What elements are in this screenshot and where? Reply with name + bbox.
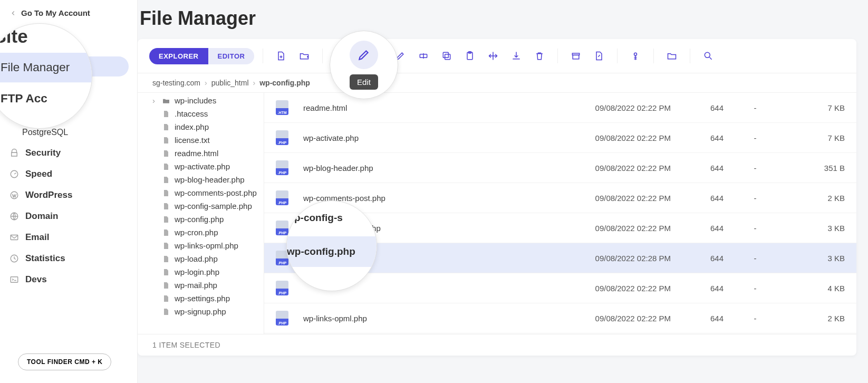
sidebar-item-label: Email (25, 232, 49, 243)
editor-tab[interactable]: EDITOR (208, 48, 255, 64)
sidebar-item-speed[interactable]: Speed (0, 164, 137, 185)
file-icon (162, 294, 170, 303)
tree-item[interactable]: wp-signup.php (152, 305, 264, 318)
svg-rect-5 (11, 277, 18, 283)
file-row[interactable]: wp-links-opml.php09/08/2022 02:22 PM644-… (264, 303, 856, 333)
sidebar-item-label: WordPress (25, 190, 72, 200)
new-folder-icon[interactable] (295, 46, 314, 65)
tree-item[interactable]: wp-links-opml.php (152, 239, 264, 252)
back-link-label: Go To My Account (21, 8, 90, 17)
file-row[interactable]: wp-config-sample.php09/08/2022 02:22 PM6… (264, 213, 856, 243)
tree-item[interactable]: wp-blog-header.php (152, 173, 264, 186)
back-link[interactable]: Go To My Account (0, 0, 137, 23)
file-size: 3 KB (787, 224, 845, 233)
file-type-icon (276, 100, 303, 115)
file-row[interactable]: wp-activate.php09/08/2022 02:22 PM644-7 … (264, 123, 856, 153)
file-row[interactable]: wp-comments-post.php09/08/2022 02:22 PM6… (264, 183, 856, 213)
breadcrumb-current: wp-config.php (259, 79, 310, 87)
file-row[interactable]: 09/08/2022 02:22 PM644-4 KB (264, 273, 856, 303)
file-icon (162, 202, 170, 210)
delete-icon[interactable] (530, 46, 549, 65)
separator (617, 49, 618, 63)
file-date: 09/08/2022 02:22 PM (565, 164, 671, 173)
svg-rect-8 (443, 52, 449, 58)
archive-icon[interactable] (566, 46, 585, 65)
tree-item[interactable]: wp-load.php (152, 252, 264, 265)
tree-item[interactable]: ›wp-includes (152, 94, 264, 107)
upload-file-icon[interactable] (331, 46, 350, 65)
paste-icon[interactable] (460, 46, 479, 65)
download-icon[interactable] (507, 46, 526, 65)
sidebar-item-security[interactable]: Security (0, 142, 137, 164)
file-row[interactable]: wp-load.php09/08/2022 02:22 PM644-4 KB (264, 333, 856, 334)
breadcrumb: sg-testing.com › public_html › wp-config… (138, 73, 856, 93)
file-icon (162, 136, 170, 145)
search-icon[interactable] (699, 46, 718, 65)
lock-icon (9, 148, 19, 158)
file-row[interactable]: readme.html09/08/2022 02:22 PM644-7 KB (264, 93, 856, 123)
file-type-icon (276, 190, 303, 205)
edit-icon[interactable] (391, 46, 410, 65)
file-row[interactable]: wp-blog-header.php09/08/2022 02:22 PM644… (264, 153, 856, 183)
tree-item[interactable]: wp-comments-post.php (152, 186, 264, 199)
extract-icon[interactable] (590, 46, 609, 65)
file-icon (162, 242, 170, 250)
sidebar-item-email[interactable]: Email (0, 227, 137, 248)
tree-item[interactable]: wp-config.php (152, 213, 264, 226)
sidebar-item-postgresql[interactable]: PostgreSQL (0, 122, 137, 142)
upload-folder-icon[interactable] (354, 46, 373, 65)
globe-icon (9, 212, 19, 221)
sidebar-item-statistics[interactable]: Statistics (0, 248, 137, 269)
tree-item[interactable]: wp-settings.php (152, 292, 264, 305)
folder-icon (162, 97, 170, 105)
permissions-icon[interactable] (626, 46, 645, 65)
file-row[interactable]: wp-config.php09/08/2022 02:28 PM644-3 KB (264, 243, 856, 273)
view-toggle: EXPLORER EDITOR (149, 48, 254, 64)
explorer-tab[interactable]: EXPLORER (149, 48, 208, 64)
tree-item[interactable]: license.txt (152, 133, 264, 147)
tree-item[interactable]: wp-cron.php (152, 226, 264, 239)
tree-item[interactable]: wp-config-sample.php (152, 199, 264, 213)
status-bar: 1 ITEM SELECTED (138, 334, 856, 356)
file-icon (162, 281, 170, 290)
file-date: 09/08/2022 02:22 PM (565, 133, 671, 142)
file-size: 7 KB (787, 133, 845, 142)
file-icon (162, 215, 170, 224)
tree-item[interactable]: wp-activate.php (152, 160, 264, 173)
term-icon (9, 275, 19, 284)
move-icon[interactable] (484, 46, 503, 65)
tree-item[interactable]: index.php (152, 120, 264, 133)
file-permissions: 644 (671, 224, 724, 233)
sidebar-item-label: MySQL (22, 108, 50, 117)
sidebar-item-wordpress[interactable]: WordPress (0, 185, 137, 206)
file-size: 4 KB (787, 284, 845, 293)
tree-item[interactable]: wp-login.php (152, 265, 264, 279)
breadcrumb-item[interactable]: public_html (211, 79, 249, 87)
new-file-icon[interactable] (272, 46, 291, 65)
breadcrumb-item[interactable]: sg-testing.com (152, 79, 200, 87)
file-date: 09/08/2022 02:22 PM (565, 314, 671, 323)
rename-icon[interactable] (414, 46, 433, 65)
tool-finder-button[interactable]: TOOL FINDER CMD + K (18, 353, 111, 370)
file-permissions: 644 (671, 103, 724, 112)
sidebar-item-domain[interactable]: Domain (0, 206, 137, 227)
tree-item[interactable]: wp-mail.php (152, 279, 264, 292)
tree-item[interactable]: readme.html (152, 147, 264, 160)
file-date: 09/08/2022 02:28 PM (565, 254, 671, 263)
folder-action-icon[interactable] (662, 46, 681, 65)
file-owner: - (724, 164, 787, 173)
panel-body: ›wp-includes.htaccessindex.phplicense.tx… (138, 93, 856, 334)
svg-rect-3 (11, 235, 18, 240)
sidebar-item-ftp-acc[interactable]: FTP Acc (0, 76, 137, 102)
file-date: 09/08/2022 02:22 PM (565, 284, 671, 293)
file-tree: ›wp-includes.htaccessindex.phplicense.tx… (138, 93, 264, 334)
tree-item[interactable]: .htaccess (152, 107, 264, 120)
file-permissions: 644 (671, 133, 724, 142)
sidebar-item-devs[interactable]: Devs (0, 269, 137, 290)
sidebar-item-mysql[interactable]: MySQL (0, 102, 137, 122)
file-name: wp-config-sample.php (303, 224, 565, 233)
file-icon (162, 110, 170, 118)
separator (382, 49, 382, 63)
sidebar-item-file-manager[interactable]: File Manager (0, 56, 129, 76)
copy-icon[interactable] (437, 46, 456, 65)
